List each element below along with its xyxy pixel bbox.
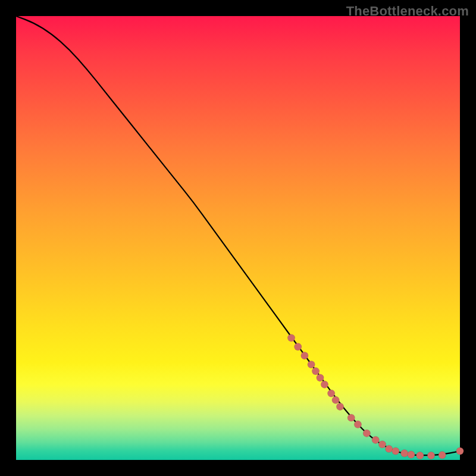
data-marker [312,368,319,375]
curve-path [16,16,460,455]
data-marker [301,352,308,359]
data-marker [363,430,370,437]
data-marker [372,436,379,443]
data-marker [332,396,339,403]
data-marker [378,441,386,448]
data-marker [416,452,424,459]
data-marker [354,421,361,428]
chart-frame [16,16,460,460]
watermark-text: TheBottleneck.com [346,4,469,19]
data-marker [439,452,446,459]
data-marker [336,403,343,410]
chart-svg [16,16,460,460]
data-marker [401,450,408,457]
data-marker [308,361,315,368]
marker-group [287,334,464,459]
data-marker [456,447,464,455]
data-marker [317,374,324,381]
data-marker [408,451,415,458]
data-marker [392,447,399,455]
data-marker [327,390,334,397]
data-marker [295,343,302,350]
data-marker [321,381,328,388]
data-marker [287,334,295,342]
data-marker [347,414,355,421]
data-marker [385,445,392,452]
data-marker [427,452,434,459]
